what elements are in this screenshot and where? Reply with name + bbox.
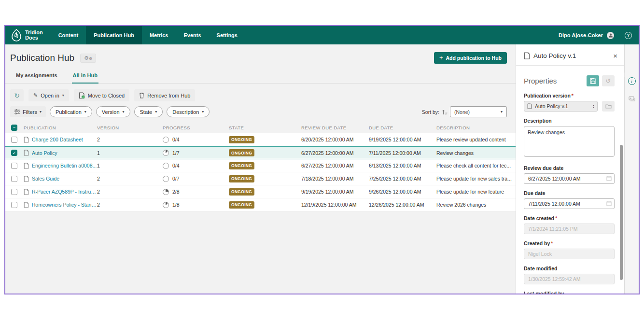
row-checkbox[interactable] xyxy=(11,137,17,143)
review-due-date-cell: 6/20/2025 12:00:00 AM xyxy=(301,137,369,142)
help-icon[interactable]: ? xyxy=(625,32,632,39)
publication-link[interactable]: Engineering Bulletin a0008... xyxy=(32,163,97,168)
state-badge: ONGOING xyxy=(229,136,254,143)
table-row[interactable]: Sales Guide 2 0/7 ONGOING 7/18/2025 12:0… xyxy=(5,172,516,185)
publication-version-field[interactable]: Auto Policy v.1 ▴▾ xyxy=(524,101,598,112)
publication-link[interactable]: Sales Guide xyxy=(32,176,59,182)
filters-button[interactable]: Filters ▾ xyxy=(10,106,46,117)
chevron-down-icon: ▾ xyxy=(62,93,64,98)
col-description[interactable]: DESCRIPTION xyxy=(436,125,516,130)
nav-item-content[interactable]: Content xyxy=(51,26,86,44)
nav-item-settings[interactable]: Settings xyxy=(209,26,245,44)
version-cell: 2 xyxy=(97,189,163,195)
publication-link[interactable]: Charge 200 Datasheet xyxy=(32,137,83,142)
version-cell: 1 xyxy=(97,163,163,168)
description-cell: Review 2026 changes xyxy=(436,202,516,208)
date-modified-input xyxy=(524,274,615,284)
calendar-icon[interactable] xyxy=(606,176,612,181)
table-row[interactable]: Homeowners Policy - Stand... 2 1/8 ONGOI… xyxy=(5,198,516,211)
last-modified-by-label: Last modified by xyxy=(524,291,615,294)
due-date-cell: 6/13/2025 12:00:00 AM xyxy=(369,163,436,168)
row-checkbox[interactable] xyxy=(11,163,17,169)
spinner-icon[interactable]: ▴▾ xyxy=(593,104,594,109)
filter-pill-state[interactable]: State▾ xyxy=(134,106,163,117)
table-row[interactable]: R-Pacer AZQ589P - Instruc... 2 2/8 ONGOI… xyxy=(5,185,516,198)
description-cell: Review changes xyxy=(436,150,516,156)
panel-title: Auto Policy v.1 xyxy=(533,52,576,59)
person-icon xyxy=(608,33,613,38)
add-publication-button[interactable]: + Add publication to Hub xyxy=(434,52,507,64)
user-name[interactable]: Dipo Ajose-Coker xyxy=(559,32,603,38)
publication-link[interactable]: R-Pacer AZQ589P - Instruc... xyxy=(32,189,97,195)
remove-from-hub-button[interactable]: Remove from Hub xyxy=(134,89,195,101)
due-date-input[interactable] xyxy=(524,198,615,209)
filter-sliders-icon xyxy=(14,109,20,114)
chevron-down-icon: ▾ xyxy=(84,110,86,114)
open-in-button[interactable]: ✎ Open in ▾ xyxy=(28,89,69,101)
review-due-date-cell: 9/19/2025 12:00:00 AM xyxy=(301,189,369,195)
review-due-date-input[interactable] xyxy=(524,173,615,184)
calendar-icon[interactable] xyxy=(606,201,612,206)
sort-dropdown[interactable]: (None) ▾ xyxy=(450,106,507,117)
tab-my-assignments[interactable]: My assignments xyxy=(15,72,58,83)
progress-cell: 2/8 xyxy=(163,189,229,195)
table-header-row: − PUBLICATION VERSION PROGRESS STATE REV… xyxy=(5,122,516,133)
nav-item-publication-hub[interactable]: Publication Hub xyxy=(86,26,142,44)
labels-icon[interactable] xyxy=(628,96,636,102)
row-checkbox[interactable]: ✓ xyxy=(11,150,17,156)
created-by-input xyxy=(524,249,615,259)
hub-settings-button[interactable]: ⚙⚙ xyxy=(80,54,96,63)
refresh-button[interactable]: ↻ xyxy=(10,89,24,101)
nav-item-events[interactable]: Events xyxy=(176,26,209,44)
table-row[interactable]: Charge 200 Datasheet 2 0/4 ONGOING 6/20/… xyxy=(5,133,516,146)
col-due-date[interactable]: DUE DATE xyxy=(369,125,436,130)
filter-bar: Filters ▾ Publication▾ Version▾ State▾ D… xyxy=(10,106,507,117)
browse-folder-button[interactable] xyxy=(602,101,615,112)
table-row[interactable]: Engineering Bulletin a0008... 1 0/4 ONGO… xyxy=(5,159,516,172)
nav-item-metrics[interactable]: Metrics xyxy=(142,26,176,44)
undo-button[interactable]: ↺ xyxy=(602,75,615,86)
info-icon[interactable]: i xyxy=(628,77,636,85)
sort-icon[interactable] xyxy=(442,109,448,115)
table-body: Charge 200 Datasheet 2 0/4 ONGOING 6/20/… xyxy=(5,133,516,211)
created-by-label: Created by* xyxy=(524,240,615,246)
filter-pill-version[interactable]: Version▾ xyxy=(96,106,130,117)
state-badge: ONGOING xyxy=(229,201,254,209)
row-checkbox[interactable] xyxy=(11,176,17,182)
chevron-down-icon: ▾ xyxy=(202,110,204,114)
panel-scrollbar[interactable] xyxy=(620,145,623,280)
move-to-closed-button[interactable]: Move to Closed xyxy=(74,89,129,101)
row-checkbox[interactable] xyxy=(11,189,17,195)
table-row[interactable]: ✓ Auto Policy 1 1/7 ONGOING 6/27/2025 12… xyxy=(5,146,516,159)
filter-pill-description[interactable]: Description▾ xyxy=(167,106,210,117)
filter-pill-publication[interactable]: Publication▾ xyxy=(50,106,92,117)
description-textarea[interactable]: Review changes xyxy=(524,126,615,157)
publication-link[interactable]: Auto Policy xyxy=(32,150,57,156)
publication-link[interactable]: Homeowners Policy - Stand... xyxy=(32,202,97,208)
document-icon xyxy=(24,150,29,156)
progress-cell: 1/8 xyxy=(163,202,229,208)
tab-all-in-hub[interactable]: All in Hub xyxy=(72,72,98,84)
trash-icon xyxy=(139,92,144,98)
user-avatar-icon[interactable] xyxy=(607,32,614,39)
required-marker: * xyxy=(555,215,557,221)
brand-logo[interactable]: Tridion Docs xyxy=(5,26,51,44)
version-cell: 2 xyxy=(97,202,163,208)
col-state[interactable]: STATE xyxy=(229,125,301,130)
col-review-due-date[interactable]: REVIEW DUE DATE xyxy=(301,125,369,130)
col-publication[interactable]: PUBLICATION xyxy=(24,125,97,130)
save-button[interactable] xyxy=(587,75,599,86)
version-cell: 1 xyxy=(97,150,163,156)
chevron-down-icon: ▾ xyxy=(501,110,503,114)
col-progress[interactable]: PROGRESS xyxy=(163,125,229,130)
close-icon[interactable]: × xyxy=(613,52,617,59)
progress-pie-icon xyxy=(163,202,169,208)
properties-panel: Auto Policy v.1 × Properties xyxy=(516,44,624,294)
due-date-cell: 9/26/2025 12:00:00 AM xyxy=(369,189,436,195)
progress-pie-icon xyxy=(163,189,169,195)
tab-bar: My assignments All in Hub xyxy=(5,72,516,84)
col-version[interactable]: VERSION xyxy=(97,125,163,130)
description-cell: Please update for new sales tra... xyxy=(436,176,516,182)
select-all-checkbox[interactable]: − xyxy=(11,125,17,131)
row-checkbox[interactable] xyxy=(11,202,17,208)
